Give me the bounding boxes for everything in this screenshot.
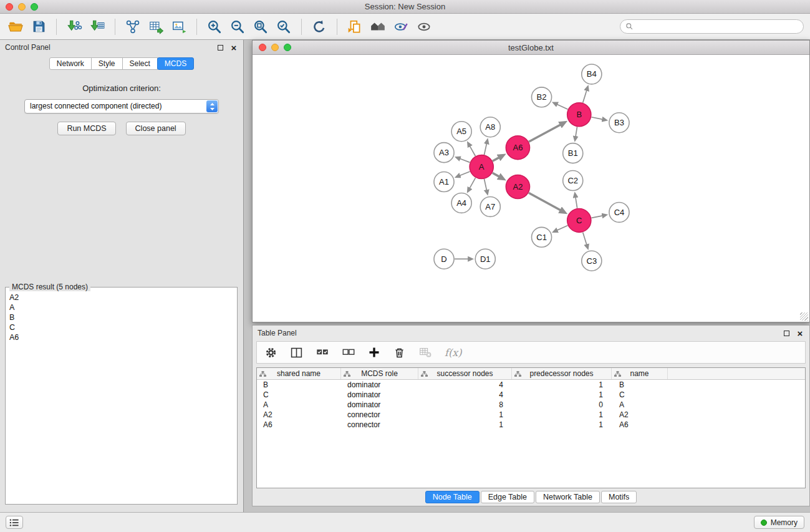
edge-B-B3[interactable] <box>591 117 602 120</box>
node-A5[interactable]: A5 <box>451 122 471 142</box>
zoom-in-icon[interactable] <box>205 17 224 36</box>
edge-B-B2[interactable] <box>557 104 567 109</box>
select-all-icon[interactable] <box>316 346 329 359</box>
edge-C-C3[interactable] <box>583 232 587 244</box>
edge-C-C2[interactable] <box>576 197 577 208</box>
eye-icon[interactable] <box>415 17 433 36</box>
node-C4[interactable]: C4 <box>609 202 629 222</box>
deselect-all-icon[interactable] <box>342 346 355 359</box>
network-canvas[interactable]: B4B2BB3A5A8A6A3B1AC2A1A2A4A7C4CC1DD1C3 <box>253 55 809 322</box>
node-B1[interactable]: B1 <box>563 143 583 163</box>
run-mcds-button[interactable]: Run MCDS <box>57 122 115 135</box>
zoom-out-icon[interactable] <box>228 17 247 36</box>
float-panel-icon[interactable] <box>216 43 224 52</box>
close-window-button[interactable] <box>6 3 13 11</box>
node-A6[interactable]: A6 <box>506 136 529 160</box>
table-row[interactable]: A6connector11A6 <box>257 420 805 430</box>
column-header-predecessor-nodes[interactable]: predecessor nodes <box>512 368 612 379</box>
node-A8[interactable]: A8 <box>480 117 500 137</box>
node-A1[interactable]: A1 <box>434 172 454 192</box>
result-item[interactable]: A <box>9 302 233 312</box>
minimize-window-button[interactable] <box>18 3 26 11</box>
zoom-fit-icon[interactable] <box>251 17 270 36</box>
copy-network-icon[interactable] <box>345 17 364 36</box>
node-C1[interactable]: C1 <box>532 227 552 247</box>
edge-A-A1[interactable] <box>460 172 470 176</box>
node-A4[interactable]: A4 <box>451 193 471 213</box>
refresh-icon[interactable] <box>310 17 329 36</box>
network-close-button[interactable] <box>259 44 266 51</box>
edge-A-A4[interactable] <box>470 178 475 188</box>
tab-node-table[interactable]: Node Table <box>425 491 480 503</box>
result-item[interactable]: A6 <box>9 332 233 342</box>
resize-grip[interactable] <box>800 312 808 321</box>
node-D1[interactable]: D1 <box>475 249 495 269</box>
export-image-icon[interactable] <box>170 17 188 36</box>
table-row[interactable]: Cdominator41C <box>257 390 805 400</box>
table-row[interactable]: Bdominator41B <box>257 380 805 390</box>
zoom-selected-icon[interactable] <box>274 17 293 36</box>
node-C3[interactable]: C3 <box>582 251 602 271</box>
table-row[interactable]: Adominator80A <box>257 400 805 410</box>
edge-B-B1[interactable] <box>576 127 577 137</box>
tab-select[interactable]: Select <box>122 57 158 70</box>
edge-A-A2[interactable] <box>493 173 499 177</box>
tab-mcds[interactable]: MCDS <box>157 57 194 70</box>
tab-edge-table[interactable]: Edge Table <box>481 491 534 503</box>
close-table-panel-icon[interactable]: × <box>796 329 804 337</box>
delete-table-icon[interactable] <box>418 346 432 359</box>
open-folder-icon[interactable] <box>6 17 25 36</box>
import-table-icon[interactable] <box>88 17 107 36</box>
close-panel-icon[interactable]: × <box>229 43 238 52</box>
memory-button[interactable]: Memory <box>754 516 804 529</box>
column-header-shared-name[interactable]: shared name <box>257 368 341 379</box>
search-input[interactable] <box>637 22 798 31</box>
export-network-icon[interactable] <box>123 17 142 36</box>
node-A[interactable]: A <box>470 155 493 179</box>
node-B3[interactable]: B3 <box>609 113 629 133</box>
node-C[interactable]: C <box>567 208 591 232</box>
edge-A2-C[interactable] <box>529 193 561 210</box>
tab-network-table[interactable]: Network Table <box>536 491 600 503</box>
edge-C-C1[interactable] <box>557 226 567 231</box>
result-item[interactable]: A2 <box>9 293 233 302</box>
column-header-name[interactable]: name <box>612 368 668 379</box>
result-item[interactable]: B <box>9 312 233 322</box>
column-header-successor-nodes[interactable]: successor nodes <box>418 368 512 379</box>
tab-style[interactable]: Style <box>91 57 123 70</box>
edge-A-A5[interactable] <box>470 146 475 156</box>
edge-A-A8[interactable] <box>485 143 487 155</box>
import-network-icon[interactable] <box>65 17 84 36</box>
edge-A-A6[interactable] <box>493 158 499 162</box>
edge-C-C4[interactable] <box>591 216 602 218</box>
network-minimize-button[interactable] <box>271 44 279 51</box>
node-B4[interactable]: B4 <box>582 64 602 84</box>
gear-icon[interactable] <box>264 346 277 359</box>
node-B2[interactable]: B2 <box>532 87 552 107</box>
tab-network[interactable]: Network <box>49 57 92 70</box>
network-window-titlebar[interactable]: testGlobe.txt <box>253 41 809 55</box>
style-preview-icon[interactable] <box>392 17 410 36</box>
float-table-panel-icon[interactable] <box>782 329 791 337</box>
function-builder-icon[interactable]: f(x) <box>445 347 461 359</box>
node-A2[interactable]: A2 <box>506 175 529 199</box>
add-column-icon[interactable] <box>368 346 380 359</box>
show-all-networks-icon[interactable] <box>369 17 387 36</box>
edge-A-A3[interactable] <box>460 158 470 162</box>
result-item[interactable]: C <box>9 322 233 332</box>
edge-B-B4[interactable] <box>583 90 587 103</box>
node-C2[interactable]: C2 <box>563 171 583 191</box>
tab-motifs[interactable]: Motifs <box>601 491 637 503</box>
export-table-icon[interactable] <box>147 17 165 36</box>
delete-column-icon[interactable] <box>393 346 406 359</box>
close-panel-button[interactable]: Close panel <box>126 122 186 135</box>
network-zoom-button[interactable] <box>284 44 291 51</box>
column-header-mcds-role[interactable]: MCDS role <box>341 368 418 379</box>
columns-icon[interactable] <box>290 346 303 359</box>
zoom-window-button[interactable] <box>31 3 38 11</box>
edge-A6-B[interactable] <box>529 125 561 142</box>
node-A7[interactable]: A7 <box>480 196 500 216</box>
edge-A-A7[interactable] <box>485 179 487 190</box>
table-row[interactable]: A2connector11A2 <box>257 410 805 420</box>
task-history-icon[interactable] <box>6 516 23 529</box>
